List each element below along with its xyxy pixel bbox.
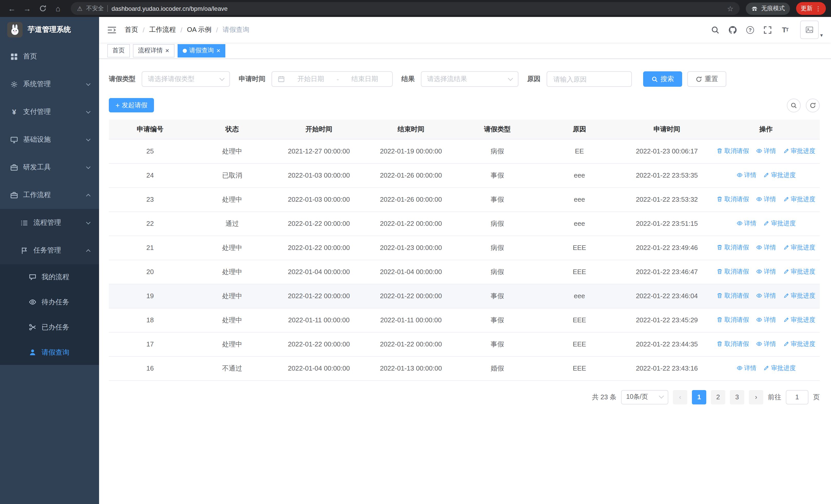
update-label: 更新 bbox=[801, 5, 812, 12]
approval-progress-link[interactable]: 审批进度 bbox=[783, 316, 815, 324]
avatar[interactable] bbox=[800, 21, 819, 39]
search-button[interactable]: 搜索 bbox=[643, 71, 682, 87]
sidebar-item-payment[interactable]: ¥ 支付管理 bbox=[0, 98, 99, 126]
detail-link[interactable]: 详情 bbox=[756, 195, 776, 204]
address-bar[interactable]: ⚠ 不安全 dashboard.yudao.iocoder.cn/bpm/oa/… bbox=[71, 2, 740, 15]
cancel-leave-link[interactable]: 取消请假 bbox=[717, 316, 749, 324]
chevron-down-icon bbox=[508, 76, 513, 81]
detail-link[interactable]: 详情 bbox=[756, 147, 776, 155]
approval-progress-link[interactable]: 审批进度 bbox=[783, 147, 815, 155]
security-warning-icon: ⚠ bbox=[77, 5, 83, 12]
breadcrumb-home[interactable]: 首页 bbox=[125, 25, 138, 34]
security-warning-label[interactable]: 不安全 bbox=[86, 5, 104, 12]
close-icon[interactable]: × bbox=[216, 47, 220, 54]
browser-update-button[interactable]: 更新 ⋮ bbox=[796, 2, 826, 15]
detail-link[interactable]: 详情 bbox=[736, 364, 756, 373]
approval-progress-link[interactable]: 审批进度 bbox=[783, 195, 815, 204]
browser-forward-icon[interactable]: → bbox=[21, 2, 34, 15]
approval-progress-link[interactable]: 审批进度 bbox=[763, 171, 796, 180]
approval-progress-link[interactable]: 审批进度 bbox=[783, 292, 815, 300]
apply-time-range-picker[interactable]: 开始日期 - 结束日期 bbox=[271, 71, 393, 87]
breadcrumb-current: 请假查询 bbox=[223, 25, 249, 34]
col-end-time: 结束时间 bbox=[365, 120, 457, 139]
refresh-icon bbox=[809, 102, 816, 109]
approval-progress-link[interactable]: 审批进度 bbox=[783, 340, 815, 349]
breadcrumb: 首页 / 工作流程 / OA 示例 / 请假查询 bbox=[125, 25, 249, 34]
result-label: 结果 bbox=[401, 75, 415, 84]
cancel-leave-link[interactable]: 取消请假 bbox=[717, 243, 749, 252]
tab-leave-query[interactable]: 请假查询 × bbox=[177, 44, 225, 57]
browser-back-icon[interactable]: ← bbox=[5, 2, 19, 15]
sidebar-item-devtools[interactable]: 研发工具 bbox=[0, 153, 99, 181]
sidebar-item-leave-query[interactable]: 请假查询 bbox=[0, 340, 99, 365]
sidebar-item-task-mgmt[interactable]: 任务管理 bbox=[0, 237, 99, 264]
detail-link[interactable]: 详情 bbox=[756, 316, 776, 324]
sidebar-item-system[interactable]: 系统管理 bbox=[0, 70, 99, 98]
sidebar-item-process-mgmt[interactable]: 流程管理 bbox=[0, 209, 99, 237]
url-text[interactable]: dashboard.yudao.iocoder.cn/bpm/oa/leave bbox=[112, 5, 228, 12]
approval-progress-link[interactable]: 审批进度 bbox=[783, 243, 815, 252]
goto-page-input[interactable] bbox=[786, 390, 808, 404]
sidebar-item-workflow[interactable]: 工作流程 bbox=[0, 181, 99, 209]
collapse-sidebar-icon[interactable] bbox=[107, 25, 118, 35]
cancel-leave-link[interactable]: 取消请假 bbox=[717, 340, 749, 349]
cell-apply-id: 23 bbox=[109, 187, 191, 211]
fullscreen-icon[interactable] bbox=[763, 25, 772, 34]
leave-type-select[interactable]: 请选择请假类型 bbox=[142, 71, 230, 87]
refresh-icon bbox=[695, 76, 702, 82]
result-select[interactable]: 请选择流结果 bbox=[421, 71, 518, 87]
breadcrumb-oa-example[interactable]: OA 示例 bbox=[187, 25, 211, 34]
close-icon[interactable]: × bbox=[165, 47, 169, 54]
approval-progress-link[interactable]: 审批进度 bbox=[763, 219, 796, 228]
page-button[interactable]: 3 bbox=[730, 390, 744, 404]
font-size-icon[interactable]: TT bbox=[781, 25, 790, 34]
next-page-button[interactable]: › bbox=[749, 390, 763, 404]
tab-process-detail[interactable]: 流程详情 × bbox=[133, 44, 174, 57]
page-content: 请假类型 请选择请假类型 申请时间 开始日期 - 结束日期 结果 请选择流结果 bbox=[99, 59, 831, 504]
sidebar-item-todo-tasks[interactable]: 待办任务 bbox=[0, 290, 99, 315]
detail-link[interactable]: 详情 bbox=[736, 171, 756, 180]
cancel-leave-link[interactable]: 取消请假 bbox=[717, 267, 749, 276]
approval-progress-link[interactable]: 审批进度 bbox=[783, 267, 815, 276]
browser-home-icon[interactable]: ⌂ bbox=[51, 2, 65, 15]
sidebar: 芋道管理系统 首页 系统管理 ¥ 支付管理 基础设施 研发工具 工作 bbox=[0, 17, 99, 504]
cancel-leave-link[interactable]: 取消请假 bbox=[717, 195, 749, 204]
sidebar-item-my-processes[interactable]: 我的流程 bbox=[0, 264, 99, 290]
sidebar-item-infra[interactable]: 基础设施 bbox=[0, 126, 99, 153]
browser-menu-icon[interactable]: ⋮ bbox=[815, 5, 821, 12]
page-button[interactable]: 1 bbox=[692, 390, 706, 404]
page-size-select[interactable]: 10条/页 bbox=[621, 390, 668, 404]
page-button[interactable]: 2 bbox=[711, 390, 725, 404]
cell-actions: 取消请假 详情 审批进度 bbox=[712, 308, 820, 332]
refresh-table-button[interactable] bbox=[806, 98, 820, 112]
sidebar-item-home[interactable]: 首页 bbox=[0, 42, 99, 70]
col-start-time: 开始时间 bbox=[273, 120, 365, 139]
detail-link[interactable]: 详情 bbox=[736, 219, 756, 228]
create-leave-button[interactable]: + 发起请假 bbox=[109, 98, 154, 112]
sidebar-item-done-tasks[interactable]: 已办任务 bbox=[0, 315, 99, 340]
search-icon[interactable] bbox=[711, 25, 720, 34]
reason-input[interactable] bbox=[547, 71, 632, 87]
trash-icon bbox=[717, 148, 723, 154]
cancel-leave-link[interactable]: 取消请假 bbox=[717, 147, 749, 155]
breadcrumb-workflow[interactable]: 工作流程 bbox=[149, 25, 176, 34]
detail-link[interactable]: 详情 bbox=[756, 243, 776, 252]
approval-progress-link[interactable]: 审批进度 bbox=[763, 364, 796, 373]
github-icon[interactable] bbox=[728, 25, 737, 34]
cell-apply-id: 18 bbox=[109, 308, 191, 332]
toggle-search-button[interactable] bbox=[787, 98, 801, 112]
user-menu[interactable]: ▾ bbox=[800, 21, 823, 39]
detail-link[interactable]: 详情 bbox=[756, 292, 776, 300]
tab-home[interactable]: 首页 bbox=[107, 44, 130, 57]
browser-refresh-icon[interactable] bbox=[36, 2, 49, 15]
cell-leave-type: 事假 bbox=[457, 163, 537, 187]
cancel-leave-link[interactable]: 取消请假 bbox=[717, 292, 749, 300]
detail-link[interactable]: 详情 bbox=[756, 340, 776, 349]
reset-button[interactable]: 重置 bbox=[687, 71, 726, 87]
prev-page-button[interactable]: ‹ bbox=[673, 390, 687, 404]
help-icon[interactable]: ? bbox=[746, 25, 754, 34]
bookmark-star-icon[interactable]: ☆ bbox=[727, 4, 734, 12]
detail-link[interactable]: 详情 bbox=[756, 267, 776, 276]
list-icon bbox=[21, 219, 28, 227]
cell-apply-id: 25 bbox=[109, 139, 191, 163]
